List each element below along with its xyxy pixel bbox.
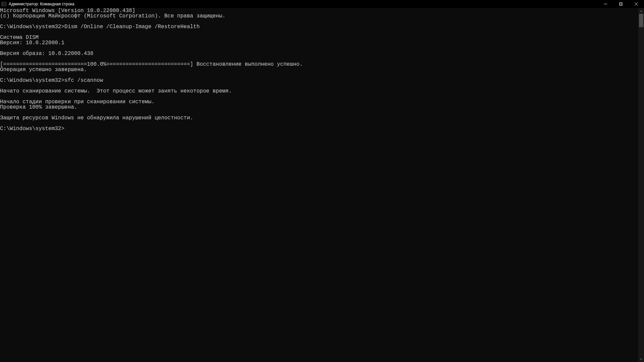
close-button[interactable] (629, 0, 644, 8)
terminal-line (0, 121, 638, 126)
terminal-line: C:\Windows\system32>Dism /Online /Cleanu… (0, 24, 638, 29)
scrollbar-thumb[interactable] (639, 14, 643, 27)
terminal-line: Защита ресурсов Windows не обнаружила на… (0, 115, 638, 121)
svg-text:C:\: C:\ (2, 3, 6, 6)
cmd-icon: C:\ (1, 1, 7, 7)
maximize-button[interactable] (613, 0, 629, 8)
terminal-line: Версия образа: 10.0.22000.438 (0, 51, 638, 56)
scroll-up-button[interactable] (638, 8, 644, 14)
client-area: Microsoft Windows [Version 10.0.22000.43… (0, 8, 644, 362)
svg-rect-3 (619, 3, 622, 6)
terminal-line (0, 110, 638, 115)
terminal-line: Операция успешно завершена. (0, 67, 638, 72)
terminal-line: Проверка 100% завершена. (0, 105, 638, 110)
window-controls (598, 0, 644, 8)
terminal-line: [==========================100.0%=======… (0, 62, 638, 67)
svg-marker-8 (640, 359, 642, 360)
terminal-line: Начало стадии проверки при сканировании … (0, 99, 638, 105)
terminal-output[interactable]: Microsoft Windows [Version 10.0.22000.43… (0, 8, 638, 362)
terminal-line (0, 29, 638, 35)
command-prompt-window: C:\ Администратор: Командная строка (0, 0, 644, 362)
scrollbar-track[interactable] (638, 14, 644, 356)
svg-rect-4 (620, 2, 623, 5)
vertical-scrollbar[interactable] (638, 8, 644, 362)
terminal-line: Версия: 10.0.22000.1 (0, 40, 638, 46)
terminal-line (0, 56, 638, 62)
window-title: Администратор: Командная строка (9, 0, 74, 8)
titlebar[interactable]: C:\ Администратор: Командная строка (0, 0, 644, 8)
terminal-line: Microsoft Windows [Version 10.0.22000.43… (0, 8, 638, 13)
terminal-line (0, 46, 638, 51)
terminal-line (0, 19, 638, 24)
minimize-button[interactable] (598, 0, 613, 8)
terminal-line (0, 83, 638, 88)
terminal-line: C:\Windows\system32> (0, 126, 638, 131)
terminal-line (0, 72, 638, 78)
terminal-line: (c) Корпорация Майкрософт (Microsoft Cor… (0, 13, 638, 19)
terminal-line: C:\Windows\system32>sfc /scannow (0, 78, 638, 83)
svg-marker-7 (640, 10, 642, 12)
terminal-line: Cистема DISM (0, 35, 638, 40)
scroll-down-button[interactable] (638, 356, 644, 362)
terminal-line: Начато сканирование системы. Этот процес… (0, 88, 638, 94)
terminal-line (0, 94, 638, 99)
